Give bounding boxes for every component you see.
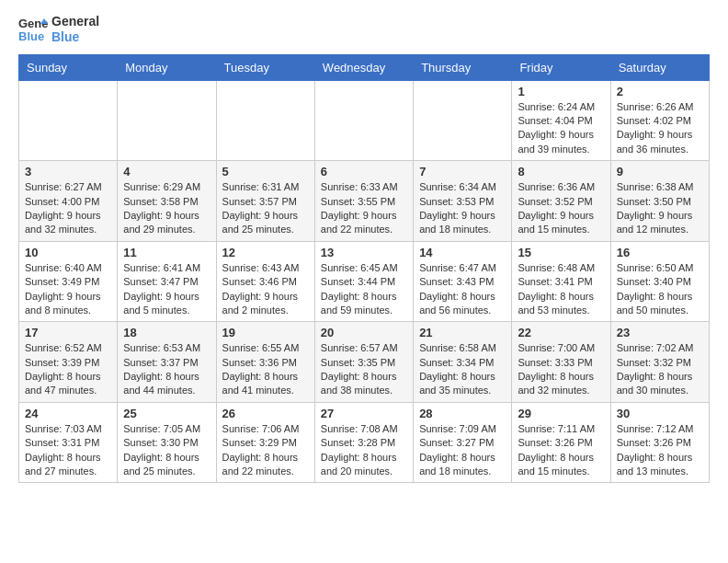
calendar-day: 24Sunrise: 7:03 AM Sunset: 3:31 PM Dayli… [19, 402, 118, 483]
day-info: Sunrise: 6:58 AM Sunset: 3:34 PM Dayligh… [419, 341, 506, 398]
day-number: 16 [617, 246, 703, 259]
calendar-day: 27Sunrise: 7:08 AM Sunset: 3:28 PM Dayli… [314, 402, 413, 483]
day-info: Sunrise: 6:48 AM Sunset: 3:41 PM Dayligh… [518, 261, 604, 318]
calendar-day: 5Sunrise: 6:31 AM Sunset: 3:57 PM Daylig… [216, 161, 314, 242]
calendar-day: 18Sunrise: 6:53 AM Sunset: 3:37 PM Dayli… [118, 322, 216, 403]
day-number: 20 [321, 326, 407, 339]
calendar-day: 20Sunrise: 6:57 AM Sunset: 3:35 PM Dayli… [314, 322, 413, 403]
day-number: 5 [222, 165, 309, 178]
calendar-day: 28Sunrise: 7:09 AM Sunset: 3:27 PM Dayli… [414, 402, 512, 483]
calendar-day: 25Sunrise: 7:05 AM Sunset: 3:30 PM Dayli… [118, 402, 216, 483]
day-number: 25 [123, 407, 210, 420]
day-info: Sunrise: 6:31 AM Sunset: 3:57 PM Dayligh… [222, 180, 309, 237]
day-number: 13 [321, 246, 407, 259]
svg-text:Blue: Blue [18, 29, 44, 43]
day-number: 18 [123, 326, 210, 339]
day-info: Sunrise: 6:41 AM Sunset: 3:47 PM Dayligh… [123, 261, 210, 318]
day-info: Sunrise: 6:50 AM Sunset: 3:40 PM Dayligh… [617, 261, 703, 318]
weekday-header: Tuesday [216, 54, 314, 80]
calendar-day: 13Sunrise: 6:45 AM Sunset: 3:44 PM Dayli… [314, 241, 413, 322]
day-info: Sunrise: 6:36 AM Sunset: 3:52 PM Dayligh… [518, 180, 604, 237]
calendar-day [216, 80, 314, 161]
day-number: 10 [25, 246, 111, 259]
day-number: 4 [123, 165, 210, 178]
calendar-day [314, 80, 413, 161]
weekday-header: Saturday [610, 54, 709, 80]
day-number: 3 [25, 165, 111, 178]
day-info: Sunrise: 6:27 AM Sunset: 4:00 PM Dayligh… [25, 180, 111, 237]
day-info: Sunrise: 7:02 AM Sunset: 3:32 PM Dayligh… [617, 341, 703, 398]
day-info: Sunrise: 6:57 AM Sunset: 3:35 PM Dayligh… [321, 341, 407, 398]
day-info: Sunrise: 7:06 AM Sunset: 3:29 PM Dayligh… [222, 422, 309, 479]
day-number: 11 [123, 246, 210, 259]
day-info: Sunrise: 6:45 AM Sunset: 3:44 PM Dayligh… [321, 261, 407, 318]
calendar-week: 1Sunrise: 6:24 AM Sunset: 4:04 PM Daylig… [19, 80, 710, 161]
day-info: Sunrise: 6:33 AM Sunset: 3:55 PM Dayligh… [321, 180, 407, 237]
page-header: General Blue General Blue [18, 14, 710, 45]
day-number: 9 [617, 165, 703, 178]
day-number: 6 [321, 165, 407, 178]
day-info: Sunrise: 6:53 AM Sunset: 3:37 PM Dayligh… [123, 341, 210, 398]
day-number: 26 [222, 407, 309, 420]
day-info: Sunrise: 7:08 AM Sunset: 3:28 PM Dayligh… [321, 422, 407, 479]
logo-blue: Blue [51, 29, 99, 45]
calendar-day: 9Sunrise: 6:38 AM Sunset: 3:50 PM Daylig… [610, 161, 709, 242]
day-number: 12 [222, 246, 309, 259]
day-number: 17 [25, 326, 111, 339]
calendar-day: 22Sunrise: 7:00 AM Sunset: 3:33 PM Dayli… [512, 322, 610, 403]
calendar-day [19, 80, 118, 161]
calendar-day: 2Sunrise: 6:26 AM Sunset: 4:02 PM Daylig… [610, 80, 709, 161]
day-number: 19 [222, 326, 309, 339]
calendar-week: 10Sunrise: 6:40 AM Sunset: 3:49 PM Dayli… [19, 241, 710, 322]
day-info: Sunrise: 6:24 AM Sunset: 4:04 PM Dayligh… [518, 100, 604, 157]
day-info: Sunrise: 6:26 AM Sunset: 4:02 PM Dayligh… [617, 100, 703, 157]
day-number: 23 [617, 326, 703, 339]
calendar-day: 11Sunrise: 6:41 AM Sunset: 3:47 PM Dayli… [118, 241, 216, 322]
day-number: 14 [419, 246, 506, 259]
calendar-day: 30Sunrise: 7:12 AM Sunset: 3:26 PM Dayli… [610, 402, 709, 483]
day-number: 29 [518, 407, 604, 420]
logo: General Blue General Blue [18, 14, 99, 45]
day-number: 27 [321, 407, 407, 420]
calendar-day: 12Sunrise: 6:43 AM Sunset: 3:46 PM Dayli… [216, 241, 314, 322]
day-info: Sunrise: 7:00 AM Sunset: 3:33 PM Dayligh… [518, 341, 604, 398]
calendar-day: 7Sunrise: 6:34 AM Sunset: 3:53 PM Daylig… [414, 161, 512, 242]
day-number: 1 [518, 85, 604, 98]
day-info: Sunrise: 6:34 AM Sunset: 3:53 PM Dayligh… [419, 180, 506, 237]
day-info: Sunrise: 6:55 AM Sunset: 3:36 PM Dayligh… [222, 341, 309, 398]
weekday-header: Friday [512, 54, 610, 80]
day-number: 7 [419, 165, 506, 178]
day-number: 28 [419, 407, 506, 420]
calendar-day: 15Sunrise: 6:48 AM Sunset: 3:41 PM Dayli… [512, 241, 610, 322]
day-info: Sunrise: 6:38 AM Sunset: 3:50 PM Dayligh… [617, 180, 703, 237]
weekday-header: Sunday [19, 54, 118, 80]
calendar-day [118, 80, 216, 161]
day-info: Sunrise: 6:29 AM Sunset: 3:58 PM Dayligh… [123, 180, 210, 237]
day-number: 21 [419, 326, 506, 339]
calendar-day: 14Sunrise: 6:47 AM Sunset: 3:43 PM Dayli… [414, 241, 512, 322]
logo-general: General [51, 14, 99, 29]
day-info: Sunrise: 6:43 AM Sunset: 3:46 PM Dayligh… [222, 261, 309, 318]
day-info: Sunrise: 6:40 AM Sunset: 3:49 PM Dayligh… [25, 261, 111, 318]
calendar-day: 26Sunrise: 7:06 AM Sunset: 3:29 PM Dayli… [216, 402, 314, 483]
day-number: 8 [518, 165, 604, 178]
calendar-day: 3Sunrise: 6:27 AM Sunset: 4:00 PM Daylig… [19, 161, 118, 242]
calendar-week: 3Sunrise: 6:27 AM Sunset: 4:00 PM Daylig… [19, 161, 710, 242]
day-number: 22 [518, 326, 604, 339]
calendar-day [414, 80, 512, 161]
day-number: 2 [617, 85, 703, 98]
day-number: 30 [617, 407, 703, 420]
calendar-day: 19Sunrise: 6:55 AM Sunset: 3:36 PM Dayli… [216, 322, 314, 403]
day-info: Sunrise: 6:52 AM Sunset: 3:39 PM Dayligh… [25, 341, 111, 398]
calendar-header: SundayMondayTuesdayWednesdayThursdayFrid… [19, 54, 710, 80]
day-info: Sunrise: 6:47 AM Sunset: 3:43 PM Dayligh… [419, 261, 506, 318]
calendar-week: 24Sunrise: 7:03 AM Sunset: 3:31 PM Dayli… [19, 402, 710, 483]
calendar-week: 17Sunrise: 6:52 AM Sunset: 3:39 PM Dayli… [19, 322, 710, 403]
day-info: Sunrise: 7:09 AM Sunset: 3:27 PM Dayligh… [419, 422, 506, 479]
calendar-table: SundayMondayTuesdayWednesdayThursdayFrid… [18, 54, 710, 484]
calendar-day: 6Sunrise: 6:33 AM Sunset: 3:55 PM Daylig… [314, 161, 413, 242]
calendar-day: 29Sunrise: 7:11 AM Sunset: 3:26 PM Dayli… [512, 402, 610, 483]
calendar-day: 4Sunrise: 6:29 AM Sunset: 3:58 PM Daylig… [118, 161, 216, 242]
calendar-day: 23Sunrise: 7:02 AM Sunset: 3:32 PM Dayli… [610, 322, 709, 403]
day-info: Sunrise: 7:12 AM Sunset: 3:26 PM Dayligh… [617, 422, 703, 479]
